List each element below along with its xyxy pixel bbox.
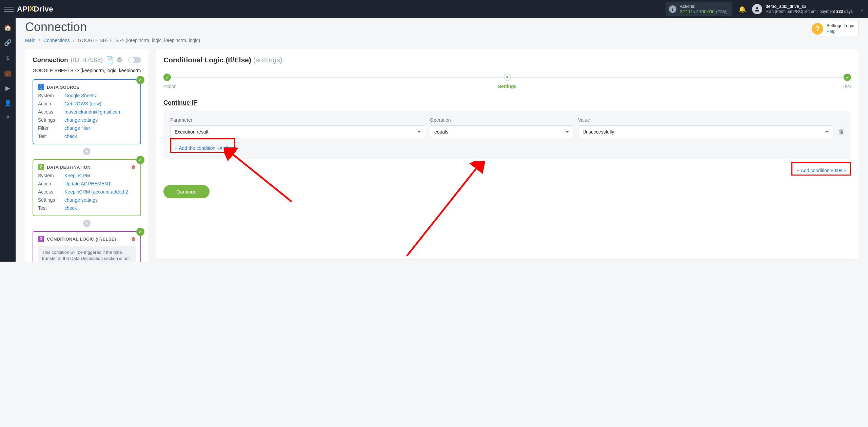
- continue-button[interactable]: Continue: [163, 185, 210, 198]
- bell-icon[interactable]: 🔔: [738, 5, 746, 13]
- breadcrumb: Main / Connections / GOOGLE SHEETS -> (k…: [25, 38, 859, 43]
- actions-counter[interactable]: i Actions: 22'111 of 100'000 (22%): [666, 2, 732, 16]
- svg-point-0: [756, 7, 758, 9]
- help-title: Settings Logic: [826, 23, 854, 29]
- kv-key: Settings: [38, 197, 64, 203]
- kv-value[interactable]: change filter: [64, 125, 90, 131]
- plan-days-w: days: [844, 9, 853, 14]
- add-between-2[interactable]: +: [83, 220, 91, 227]
- actions-label: Actions:: [680, 4, 728, 9]
- kv-row: Testcheck: [38, 134, 136, 139]
- info-icon: i: [669, 5, 676, 13]
- kv-key: Settings: [38, 117, 64, 123]
- help-icon[interactable]: ？: [5, 114, 11, 122]
- help-badge: ? Settings Logic Help: [812, 21, 859, 37]
- trash-icon[interactable]: 🗑: [838, 128, 844, 136]
- logic-block: ✓ 3 CONDITIONAL LOGIC (IF/ELSE) 🗑 This c…: [33, 231, 141, 262]
- sitemap-icon[interactable]: 🔗: [4, 39, 12, 46]
- actions-pct: (22%): [716, 9, 728, 14]
- step-action[interactable]: ✓ Action: [163, 74, 177, 89]
- kv-value[interactable]: Google Sheets: [64, 93, 96, 98]
- src-title: DATA SOURCE: [47, 85, 79, 90]
- conn-label: Connection: [33, 56, 68, 64]
- gear-icon[interactable]: ⚙: [117, 56, 122, 64]
- logic-title: CONDITIONAL LOGIC (IF/ELSE): [47, 237, 116, 242]
- user-text: demo_apix_drive_s3 Plan |Premium PRO| le…: [766, 4, 853, 14]
- svg-line-2: [407, 166, 478, 256]
- logic-note: This condition will be triggered if the …: [38, 246, 136, 262]
- kv-row: SystemKeepinCRM: [38, 173, 136, 178]
- logo-text: API: [17, 5, 30, 14]
- topbar: API X Drive i Actions: 22'111 of 100'000…: [0, 0, 868, 18]
- sidebar: 🏠 🔗 ＄ 💼 ▶ 👤 ？: [0, 18, 16, 262]
- crumb-cur: GOOGLE SHEETS -> (keepincrm, logic, keep…: [78, 38, 200, 43]
- kv-row: Settingschange settings: [38, 117, 136, 123]
- kv-key: Filter: [38, 125, 64, 131]
- add-and-button[interactable]: + Add the condition «And»: [173, 145, 232, 151]
- data-source-block: ✓ 1 DATA SOURCE SystemGoogle SheetsActio…: [33, 79, 141, 144]
- kv-value[interactable]: Get ROWS (new): [64, 101, 101, 106]
- kv-value[interactable]: Update AGREEMENT: [64, 181, 111, 186]
- check-icon: ✓: [136, 156, 144, 164]
- crumb-main[interactable]: Main: [25, 38, 35, 43]
- chevron-down-icon[interactable]: ⌄: [860, 6, 864, 12]
- kv-value[interactable]: check: [64, 205, 77, 211]
- briefcase-icon[interactable]: 💼: [4, 69, 12, 77]
- kv-key: Access: [38, 189, 64, 195]
- check-icon: ✓: [136, 228, 144, 236]
- steps: ✓ Action Settings ✓ Test: [163, 74, 851, 89]
- step-test[interactable]: ✓ Test: [842, 74, 851, 89]
- dollar-icon[interactable]: ＄: [5, 54, 11, 62]
- plan-left: left until payment: [804, 9, 835, 14]
- kv-row: Accessmaverickandrii@gmail.com: [38, 109, 136, 115]
- kv-row: Filterchange filter: [38, 125, 136, 131]
- check-icon: ✓: [136, 76, 144, 84]
- actions-text: Actions: 22'111 of 100'000 (22%): [680, 4, 728, 14]
- kv-key: Action: [38, 181, 64, 186]
- main: ? Settings Logic Help Connection Main / …: [16, 18, 868, 262]
- label-value: Value: [578, 117, 833, 123]
- menu-button[interactable]: [4, 4, 14, 14]
- left-panel: Connection (ID: 47988) 📄 ⚙ GOOGLE SHEETS…: [25, 49, 149, 262]
- actions-used: 22'111: [680, 9, 693, 14]
- label-operation: Operation: [430, 117, 573, 123]
- trash-icon[interactable]: 🗑: [131, 165, 136, 170]
- annotation-arrow: [400, 161, 485, 259]
- user-menu[interactable]: demo_apix_drive_s3 Plan |Premium PRO| le…: [752, 4, 864, 14]
- continue-if-title: Continue IF: [163, 99, 851, 106]
- kv-value[interactable]: KeepinCRM: [64, 173, 90, 178]
- trash-icon[interactable]: 🗑: [131, 237, 136, 242]
- kv-row: SystemGoogle Sheets: [38, 93, 136, 98]
- kv-value[interactable]: maverickandrii@gmail.com: [64, 109, 121, 115]
- youtube-icon[interactable]: ▶: [5, 84, 10, 92]
- home-icon[interactable]: 🏠: [4, 24, 12, 32]
- conn-toggle[interactable]: [128, 57, 141, 63]
- kv-key: System: [38, 173, 64, 178]
- doc-icon[interactable]: 📄: [106, 56, 114, 64]
- kv-value[interactable]: check: [64, 134, 77, 139]
- logo-text2: Drive: [34, 5, 53, 14]
- plan-days-n: 333: [836, 9, 843, 14]
- label-parameter: Parameter: [170, 117, 425, 123]
- dst-title: DATA DESTINATION: [47, 165, 91, 170]
- help-link[interactable]: Help: [826, 29, 835, 34]
- help-box: Settings Logic Help: [820, 21, 859, 37]
- select-operation[interactable]: equals: [430, 125, 573, 138]
- kv-row: Testcheck: [38, 205, 136, 211]
- page-title: Connection: [25, 20, 859, 34]
- right-panel: Conditional Logic (If/Else) (settings) ✓…: [156, 49, 859, 259]
- user-icon[interactable]: 👤: [4, 99, 12, 107]
- add-or-button[interactable]: + Add condition «OR»: [794, 167, 848, 174]
- logo[interactable]: API X Drive: [17, 5, 53, 14]
- select-value[interactable]: Unsuccessfully: [578, 125, 833, 138]
- actions-of: of: [694, 9, 698, 14]
- add-between-1[interactable]: +: [83, 148, 91, 155]
- help-q-icon[interactable]: ?: [812, 23, 823, 35]
- select-parameter[interactable]: Execution result: [170, 125, 425, 138]
- step-settings[interactable]: Settings: [498, 74, 516, 89]
- kv-value[interactable]: KeepinCRM (account added 2: [64, 189, 128, 195]
- kv-value[interactable]: change settings: [64, 197, 98, 203]
- kv-key: Test: [38, 134, 64, 139]
- kv-value[interactable]: change settings: [64, 117, 98, 123]
- crumb-conns[interactable]: Connections: [43, 38, 70, 43]
